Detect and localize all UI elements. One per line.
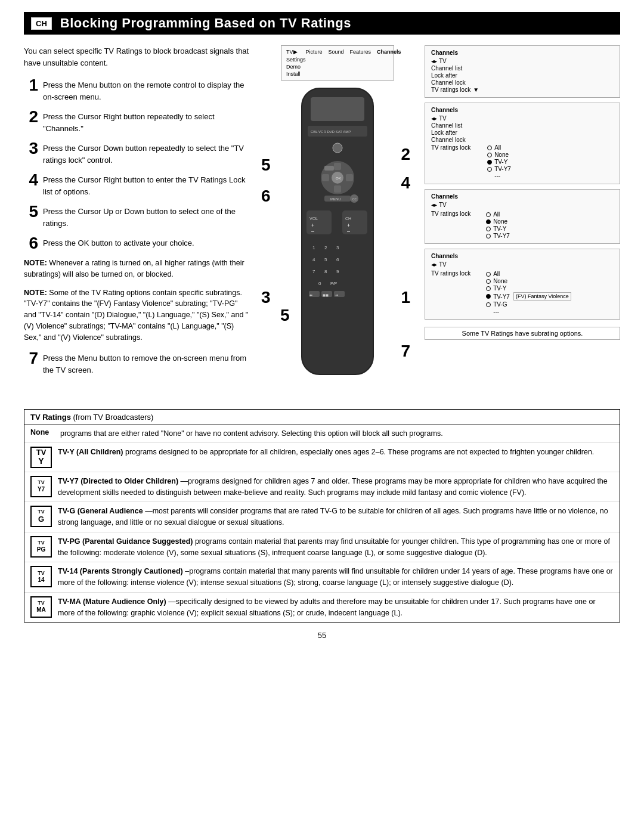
badge-tv14-line1: TV bbox=[38, 571, 45, 577]
menu-diagram-3: Channels ◂▸TV Channel list Lock after Ch… bbox=[425, 103, 620, 184]
rating-tv14-text: TV-14 (Parents Strongly Cautioned) –prog… bbox=[58, 566, 614, 589]
callout-2-right: 2 bbox=[401, 145, 410, 164]
svg-text:7: 7 bbox=[312, 269, 315, 274]
step-text-7: Press the Menu button to remove the on-s… bbox=[43, 350, 250, 376]
radio-tvy7-3 bbox=[486, 294, 491, 299]
channels-title-1: Channels bbox=[431, 49, 614, 56]
menu-channellist-line: Channel list bbox=[431, 65, 614, 72]
option-none-label-2: None bbox=[493, 218, 507, 225]
svg-rect-6 bbox=[334, 163, 341, 170]
radio-tvy-3 bbox=[486, 286, 491, 291]
step-7: 7 Press the Menu button to remove the on… bbox=[24, 350, 250, 376]
step-text-5: Press the Cursor Up or Down button to se… bbox=[43, 203, 250, 229]
badge-tvma-line2: MA bbox=[36, 606, 46, 613]
page-number: 55 bbox=[24, 631, 620, 640]
option-none-2: None bbox=[486, 218, 510, 225]
rating-tvy-desc: programs designed to be appropriate for … bbox=[125, 448, 594, 456]
menu-channellock-line: Channel lock bbox=[431, 79, 614, 86]
menu-lockafter-item: Lock after bbox=[431, 72, 457, 79]
step-number-6: 6 bbox=[24, 235, 38, 252]
badge-tvma-line1: TV bbox=[38, 600, 45, 606]
step-6: 6 Press the OK button to activate your c… bbox=[24, 235, 250, 252]
note-1: NOTE: Whenever a rating is turned on, al… bbox=[24, 258, 250, 280]
svg-text:CBL VCR DVD SAT AMP: CBL VCR DVD SAT AMP bbox=[311, 130, 351, 134]
radio-all-2 bbox=[486, 212, 491, 217]
rating-tvy7-label: TV-Y7 (Directed to Older Children) bbox=[58, 477, 178, 485]
option-all-label-1: All bbox=[494, 144, 501, 151]
menu-channellock-2: Channel lock bbox=[431, 137, 466, 143]
tvratings-options-row: TV ratings lock All None TV-Y TV-Y7 --- bbox=[431, 144, 614, 180]
step-number-7: 7 bbox=[24, 350, 38, 367]
channels-title-4: Channels bbox=[431, 253, 614, 259]
menu-channellock-item: Channel lock bbox=[431, 79, 466, 86]
menu-tv-line-2: ◂▸TV bbox=[431, 115, 614, 122]
option-dots-label-1: --- bbox=[494, 173, 500, 179]
rating-row-tv14: TV 14 TV-14 (Parents Strongly Cautioned)… bbox=[24, 562, 620, 593]
option-dots-1: --- bbox=[487, 173, 511, 179]
step-5: 5 Press the Cursor Up or Down button to … bbox=[24, 203, 250, 229]
step-number-1: 1 bbox=[24, 77, 38, 94]
page-header: CH Blocking Programming Based on TV Rati… bbox=[24, 12, 620, 35]
step-text-1: Press the Menu button on the remote cont… bbox=[43, 77, 250, 103]
callout-7-right: 7 bbox=[401, 342, 410, 361]
center-column: TV▶ Picture Sound Features Channels Sett… bbox=[260, 45, 415, 397]
menu-tvratingslock-line-2: TV ratings lock bbox=[431, 144, 470, 151]
svg-text:⬅: ⬅ bbox=[309, 293, 312, 297]
badge-tvy7-line2: Y7 bbox=[38, 486, 45, 493]
option-tvy-label-1: TV-Y bbox=[494, 159, 507, 165]
callout-3-left: 3 bbox=[261, 288, 271, 307]
step-text-3: Press the Cursor Down button repeatedly … bbox=[43, 140, 250, 166]
arrow-icon-2: ◂▸ bbox=[431, 115, 437, 122]
menu-channellist-line-2: Channel list bbox=[431, 122, 614, 129]
option-all-3: All bbox=[486, 271, 571, 277]
note2-text: Some of the TV Rating options contain sp… bbox=[24, 289, 248, 342]
step-1: 1 Press the Menu button on the remote co… bbox=[24, 77, 250, 103]
callout-6-left: 6 bbox=[261, 187, 271, 206]
radio-all-1 bbox=[487, 145, 492, 150]
badge-tvpg-line1: TV bbox=[38, 540, 45, 546]
radio-none-1 bbox=[487, 153, 492, 157]
option-tvy7-label-1: TV-Y7 bbox=[494, 166, 511, 172]
tv-label-top: TV▶ bbox=[286, 49, 298, 55]
rating-tvma-label: TV-MA (Mature Audience Only) bbox=[58, 597, 166, 606]
option-tvy-3: TV-Y bbox=[486, 285, 571, 292]
rating-row-tvma: TV MA TV-MA (Mature Audience Only) —spec… bbox=[24, 593, 620, 623]
down-arrow-icon: ▼ bbox=[473, 86, 479, 93]
rating-row-tvg: TV G TV-G (General Audience —most parent… bbox=[24, 502, 620, 532]
steps-list: 1 Press the Menu button on the remote co… bbox=[24, 77, 250, 252]
menu-lockafter-line: Lock after bbox=[431, 72, 614, 79]
tvratings-options-row-3: TV ratings lock All None TV-Y TV-Y7 (FV)… bbox=[431, 270, 614, 315]
menu-lockafter-line-2: Lock after bbox=[431, 129, 614, 136]
svg-text:8: 8 bbox=[324, 269, 327, 274]
radio-tvy-1 bbox=[487, 160, 492, 165]
svg-text:2: 2 bbox=[324, 245, 327, 250]
top-menu-row: TV▶ Picture Sound Features Channels bbox=[286, 49, 389, 55]
note2-label: NOTE: bbox=[24, 289, 47, 297]
note1-label: NOTE: bbox=[24, 259, 47, 267]
menu-diagram-4: Channels ◂▸TV TV ratings lock All None T… bbox=[425, 189, 620, 244]
radio-tvy7-2 bbox=[486, 234, 491, 239]
options-col-1: All None TV-Y TV-Y7 --- bbox=[475, 144, 511, 180]
menu-tvratingslock-item: TV ratings lock bbox=[431, 86, 470, 93]
option-none-label-1: None bbox=[494, 151, 509, 158]
svg-rect-7 bbox=[334, 185, 341, 193]
tvratings-options-row-2: TV ratings lock All None TV-Y TV-Y7 bbox=[431, 210, 614, 240]
menu-install: Install bbox=[286, 71, 306, 77]
option-all-label-3: All bbox=[493, 271, 500, 277]
top-menu-diagram: TV▶ Picture Sound Features Channels Sett… bbox=[281, 45, 394, 80]
option-dots-label-3: --- bbox=[493, 308, 499, 315]
rating-row-tvy7: TV Y7 TV-Y7 (Directed to Older Children)… bbox=[24, 472, 620, 503]
tvratingslock-label-3: TV ratings lock bbox=[431, 210, 470, 217]
menu-channellist-item: Channel list bbox=[431, 65, 462, 72]
svg-text:OK: OK bbox=[336, 176, 341, 180]
option-all-label-2: All bbox=[493, 211, 500, 218]
badge-tvy7-line1: TV bbox=[38, 480, 45, 486]
step-number-3: 3 bbox=[24, 140, 38, 157]
badge-tvg-line2: G bbox=[38, 515, 44, 524]
badge-tvg: TV G bbox=[30, 506, 52, 527]
badge-tvy-line1: TV bbox=[36, 448, 47, 457]
left-column: You can select specific TV Ratings to bl… bbox=[24, 45, 250, 397]
step-number-5: 5 bbox=[24, 203, 38, 220]
callout-5-left: 5 bbox=[261, 156, 271, 175]
menu-left-col: Settings Demo Install bbox=[286, 57, 306, 77]
